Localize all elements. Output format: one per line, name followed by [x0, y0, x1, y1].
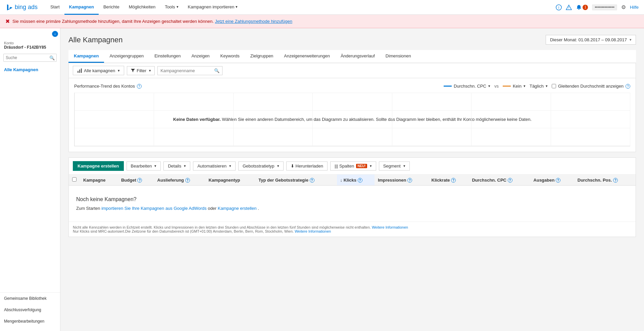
import-campaigns-link[interactable]: importieren Sie Ihre Kampagnen aus Googl…	[101, 206, 206, 211]
col-kampagnentyp-label: Kampagnentyp	[209, 178, 240, 183]
col-ausgaben-label: Ausgaben	[534, 178, 555, 183]
col-cpc-info-icon[interactable]: ?	[508, 178, 512, 183]
tab-anzeigenerweiterungen[interactable]: Anzeigenerweiterungen	[279, 50, 335, 63]
col-ausgaben-info-icon[interactable]: ?	[556, 178, 560, 183]
sidebar-search-input[interactable]	[3, 54, 57, 62]
chart-legend-primary[interactable]: Durchschn. CPC	[444, 84, 490, 89]
warning-icon-btn[interactable]: !	[566, 4, 572, 10]
grid-line-1	[75, 93, 630, 93]
empty-state-row: Noch keine Kampagnen? Zum Starten import…	[69, 186, 636, 222]
col-klickrate-info-icon[interactable]: ?	[451, 178, 456, 183]
smooth-average-info-icon[interactable]: ?	[626, 84, 630, 89]
svg-text:!: !	[568, 6, 569, 10]
automatisieren-dropdown[interactable]: Automatisieren	[193, 161, 236, 171]
bell-icon	[576, 4, 582, 10]
spalten-dropdown[interactable]: ||| Spalten NEU!	[330, 161, 376, 171]
campaign-search-icon[interactable]: 🔍	[211, 66, 222, 75]
sidebar-item-alle-kampagnen[interactable]: Alle Kampagnen	[0, 64, 60, 75]
tab-dimensionen[interactable]: Dimensionen	[380, 50, 416, 63]
col-kampagne-label: Kampagne	[83, 178, 105, 183]
col-budget-label: Budget	[121, 178, 136, 183]
sidebar-item-bibliothek[interactable]: Gemeinsame Bibliothek	[0, 293, 60, 304]
col-auslieferung-info-icon[interactable]: ?	[185, 178, 190, 183]
col-budget-info-icon[interactable]: ?	[137, 178, 142, 183]
footnote1-link[interactable]: Weitere Informationen	[372, 225, 408, 229]
nav-item-importieren[interactable]: Kampagnen importieren	[183, 0, 243, 15]
info-circle-icon: i	[556, 4, 562, 10]
sidebar-search-area: 🔍	[0, 51, 60, 64]
smooth-average-control[interactable]: Gleitenden Durchschnitt anzeigen ?	[552, 84, 630, 89]
alert-text: Sie müssen eine primäre Zahlungsmethode …	[12, 19, 214, 24]
tab-keywords[interactable]: Keywords	[215, 50, 245, 63]
view-dropdown[interactable]: Alle kampagnen	[73, 66, 124, 75]
col-klicks-info-icon[interactable]: ?	[358, 178, 362, 183]
notification-icon-btn[interactable]: 1	[576, 4, 588, 10]
alert-link[interactable]: Jetzt eine Zahlungsmethode hinzufügen	[215, 19, 292, 24]
segment-dropdown[interactable]: Segment	[379, 161, 410, 171]
grid-col-2	[154, 93, 154, 146]
bearbeiten-label: Bearbeiten	[131, 163, 152, 169]
col-gebotsstr-info-icon[interactable]: ?	[310, 178, 314, 183]
tab-einstellungen[interactable]: Einstellungen	[149, 50, 186, 63]
create-campaign-link[interactable]: Kampagne erstellen	[218, 206, 257, 211]
footnote1-text: Nicht alle Kennzahlen werden in Echtzeit…	[73, 225, 371, 229]
details-label: Details	[168, 163, 181, 169]
legend-blue-line	[444, 86, 452, 87]
chart-empty-detail: Wählen Sie einen anderen Datumsbereich, …	[222, 117, 532, 122]
chart-empty-title: Keine Daten verfügbar.	[173, 117, 221, 122]
nav-item-start[interactable]: Start	[46, 0, 64, 15]
settings-icon-btn[interactable]: ⚙	[621, 4, 626, 10]
details-dropdown[interactable]: Details	[163, 161, 190, 171]
nav-item-moeglichkeiten[interactable]: Möglichkeiten	[124, 0, 160, 15]
nav-item-tools[interactable]: Tools	[160, 0, 183, 15]
tab-anzeigengruppen[interactable]: Anzeigengruppen	[104, 50, 149, 63]
nav-item-kampagnen[interactable]: Kampagnen	[64, 0, 99, 15]
col-cpc: Durchschn. CPC ?	[468, 175, 530, 186]
smooth-average-checkbox[interactable]	[552, 84, 556, 88]
info-icon-btn[interactable]: i	[556, 4, 562, 10]
col-pos: Durchschn. Pos. ?	[574, 175, 636, 186]
herunterladen-btn[interactable]: ⬇ Herunterladen	[286, 161, 328, 171]
warning-icon: !	[566, 4, 572, 10]
page-title: Alle Kampagnen	[68, 36, 122, 44]
chart-section: Performance-Trend des Kontos ? Durchschn…	[68, 78, 636, 152]
sidebar-item-abschlussverfolgung[interactable]: Abschlussverfolgung	[0, 304, 60, 316]
table-wrapper: Kampagne Budget ? Auslieferung ?	[69, 175, 636, 222]
col-klicks: ↓ Klicks ?	[337, 175, 375, 186]
tab-zielgruppen[interactable]: Zielgruppen	[245, 50, 279, 63]
col-budget: Budget ?	[118, 175, 154, 186]
sidebar-item-mengenbearbeitungen[interactable]: Mengenbearbeitungen	[0, 316, 60, 327]
logo[interactable]: bing ads	[5, 3, 38, 11]
table-footnotes: Nicht alle Kennzahlen werden in Echtzeit…	[69, 222, 636, 237]
col-impressionen-info-icon[interactable]: ?	[407, 178, 412, 183]
col-impressionen: Impressionen ?	[375, 175, 428, 186]
tab-aenderungsverlauf[interactable]: Änderungsverlauf	[335, 50, 380, 63]
campaign-search-input[interactable]	[158, 66, 211, 75]
filter-icon	[131, 68, 135, 73]
bearbeiten-dropdown[interactable]: Bearbeiten	[127, 161, 161, 171]
select-all-checkbox[interactable]	[72, 177, 77, 182]
filter-chevron-icon	[149, 68, 151, 73]
nav-item-berichte[interactable]: Berichte	[99, 0, 124, 15]
empty-state-title: Noch keine Kampagnen?	[76, 196, 628, 202]
hilfe-link[interactable]: Hilfe	[630, 5, 639, 10]
vs-text: vs	[494, 84, 499, 89]
date-range-picker[interactable]: Dieser Monat: 01.08.2017 – 09.08.2017	[546, 35, 636, 45]
chart-interval-dropdown[interactable]: Täglich	[530, 84, 548, 89]
chart-legend-secondary[interactable]: Kein	[503, 84, 526, 89]
segment-chevron-icon	[403, 164, 405, 168]
sidebar-collapse-button[interactable]: ‹	[52, 31, 58, 37]
account-name-display: ••••••••••••••	[595, 5, 614, 10]
filter-dropdown[interactable]: Filter	[127, 66, 155, 75]
account-selector[interactable]: ••••••••••••••	[592, 4, 617, 10]
gebotsstr-dropdown[interactable]: Gebotsstratietyp	[238, 161, 284, 171]
create-campaign-button[interactable]: Kampagne erstellen	[73, 161, 124, 171]
svg-rect-6	[81, 68, 82, 73]
table-toolbar: Kampagne erstellen Bearbeiten Details Au…	[69, 158, 636, 175]
col-auslieferung-label: Auslieferung	[157, 178, 184, 183]
chart-title-info-icon[interactable]: ?	[137, 84, 142, 89]
col-pos-info-icon[interactable]: ?	[613, 178, 618, 183]
tab-kampagnen[interactable]: Kampagnen	[68, 50, 104, 63]
tab-anzeigen[interactable]: Anzeigen	[186, 50, 215, 63]
footnote2-link[interactable]: Weitere Informationen	[295, 229, 331, 233]
